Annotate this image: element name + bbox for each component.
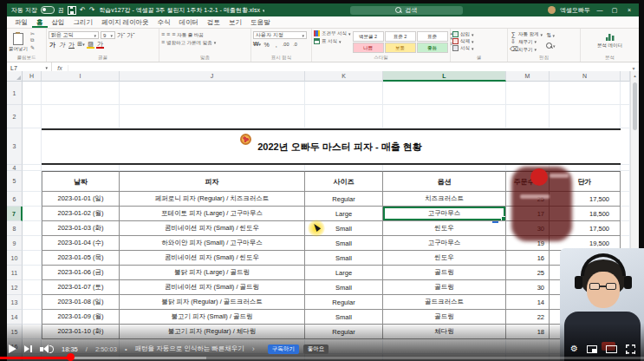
cell-H1[interactable] xyxy=(23,82,42,105)
align-center-icon[interactable]: ≡ xyxy=(166,31,170,38)
cell-K2[interactable] xyxy=(305,105,383,128)
analyze-data-button[interactable]: 분석 데이터 xyxy=(582,33,637,49)
select-all-corner[interactable] xyxy=(7,71,23,82)
cell-I1[interactable] xyxy=(42,82,120,105)
cell-O4[interactable] xyxy=(621,165,630,171)
column-header-J[interactable]: J xyxy=(120,71,305,82)
cell-L10[interactable]: 씬도우 xyxy=(383,251,506,266)
cell-L8[interactable]: 씬도우 xyxy=(383,221,506,236)
undo-icon[interactable]: ↶ xyxy=(80,7,86,14)
progress-bar[interactable] xyxy=(0,357,644,359)
row-header-4[interactable]: 4 xyxy=(7,165,23,171)
cell-H11[interactable] xyxy=(23,266,42,280)
cell-style-좋음[interactable]: 좋음 xyxy=(417,43,448,53)
autosave-toggle[interactable] xyxy=(41,6,55,14)
tab-파일[interactable]: 파일 xyxy=(10,16,32,28)
scrollbar-thumb[interactable] xyxy=(633,82,637,130)
volume-icon[interactable] xyxy=(40,345,54,353)
increase-font-icon[interactable]: 가ˆ xyxy=(117,31,125,39)
cell-K1[interactable] xyxy=(305,82,383,105)
cell-K6[interactable]: Regular xyxy=(305,192,383,207)
cell-L2[interactable] xyxy=(383,105,506,128)
sheet-title-cell[interactable]: 2022년 오빠두 마스터 피자 - 매출 현황 xyxy=(42,128,621,165)
cell-N1[interactable] xyxy=(550,82,621,105)
cell-J9[interactable]: 하와이안 피자 (Small) / 고구마무스 xyxy=(120,236,305,251)
decrease-font-icon[interactable]: 가ˇ xyxy=(127,31,134,39)
cell-L12[interactable]: 골드링 xyxy=(383,280,506,295)
cell-H13[interactable] xyxy=(23,295,42,310)
cell-style-보통[interactable]: 보통 xyxy=(385,43,416,53)
number-format-select[interactable]: 사용자 지정▾ xyxy=(253,31,307,39)
row-header-11[interactable]: 11 xyxy=(7,266,23,280)
sort-filter-icon[interactable]: ⇅▾ xyxy=(547,32,555,39)
fx-icon[interactable]: fx xyxy=(52,65,68,71)
cell-I12[interactable]: 2023-01-07 (토) xyxy=(42,280,120,295)
cell-O7[interactable] xyxy=(621,207,630,221)
cell-H9[interactable] xyxy=(23,236,42,251)
merge-center-dropdown-icon[interactable]: ▾ xyxy=(214,40,217,45)
cell-J6[interactable]: 페퍼로니 피자 (Regular) / 치즈크러스트 xyxy=(120,192,305,207)
cell-H10[interactable] xyxy=(23,251,42,266)
copy-icon[interactable]: ⧉ xyxy=(30,37,35,43)
cell-M2[interactable] xyxy=(506,105,550,128)
cell-O2[interactable] xyxy=(621,105,630,128)
cell-J13[interactable]: 불닭 피자 (Regular) / 골드크러스트 xyxy=(120,295,305,310)
cut-icon[interactable]: ✂ xyxy=(30,30,35,36)
cell-H4[interactable] xyxy=(23,165,42,171)
cell-H7[interactable] xyxy=(23,207,42,221)
cell-L6[interactable]: 치즈크러스트 xyxy=(383,192,506,207)
redo-icon[interactable]: ↷ xyxy=(89,7,95,14)
cell-I2[interactable] xyxy=(42,105,120,128)
theater-mode-icon[interactable] xyxy=(606,345,617,353)
header-cell-날짜[interactable]: 날짜 xyxy=(42,171,120,192)
indent-decrease-icon[interactable]: ≡ xyxy=(161,39,165,46)
column-header-I[interactable]: I xyxy=(42,71,120,82)
cell-L11[interactable]: 골드링 xyxy=(383,266,506,280)
cell-style-표준[interactable]: 표준 xyxy=(417,31,448,42)
underline-button[interactable]: 가 xyxy=(68,41,75,49)
cell-M1[interactable] xyxy=(506,82,550,105)
align-right-icon[interactable]: ≡ xyxy=(172,31,175,38)
font-name-select[interactable]: 맑은 고딕▾ xyxy=(49,31,99,39)
cell-L7[interactable]: 고구마무스 xyxy=(383,207,506,221)
chapter-title[interactable]: 패턴을 자동으로 인식하는 빠른채우기 xyxy=(135,345,244,353)
editing-채우기-button[interactable]: ⇩채우기▾ xyxy=(510,38,543,45)
cell-I6[interactable]: 2023-01-01 (일) xyxy=(42,192,120,207)
cell-J4[interactable] xyxy=(120,165,305,171)
progress-knob[interactable] xyxy=(67,353,75,361)
wrap-text-button[interactable]: 자동 줄 바꿈 xyxy=(177,32,204,38)
cells-서식-button[interactable]: 서식▾ xyxy=(452,45,505,51)
cell-L9[interactable]: 고구마무스 xyxy=(383,236,506,251)
tab-데이터[interactable]: 데이터 xyxy=(175,16,204,28)
header-cell-피자[interactable]: 피자 xyxy=(120,171,305,192)
play-button[interactable] xyxy=(9,345,16,353)
header-cell-옵션[interactable]: 옵션 xyxy=(383,171,506,192)
cell-O3[interactable] xyxy=(621,128,630,165)
cell-I13[interactable]: 2023-01-08 (일) xyxy=(42,295,120,310)
tab-수식[interactable]: 수식 xyxy=(153,16,175,28)
row-header-6[interactable]: 6 xyxy=(7,192,23,207)
column-header-M[interactable]: M xyxy=(506,71,550,82)
cell-J8[interactable]: 콤비네이션 피자 (Small) / 씬도우 xyxy=(120,221,305,236)
cell-I4[interactable] xyxy=(42,165,120,171)
cell-K9[interactable]: Small xyxy=(305,236,383,251)
cell-H6[interactable] xyxy=(23,192,42,207)
fill-color-icon[interactable]: ▨ xyxy=(87,41,94,49)
tab-그리기[interactable]: 그리기 xyxy=(69,16,98,28)
search-box[interactable]: 검색 xyxy=(350,6,463,15)
cell-M13[interactable]: 14 xyxy=(506,295,550,310)
row-header-3[interactable]: 3 xyxy=(7,128,23,165)
settings-gear-icon[interactable]: ⚙ xyxy=(570,345,578,353)
tab-홈[interactable]: 홈 xyxy=(32,16,48,28)
column-header-H[interactable]: H xyxy=(23,71,42,82)
document-title[interactable]: 학습v127강 - 엑셀끝 3주 챌린지 1주차 1-2-1 - 매출현황.xl… xyxy=(99,6,264,15)
merge-center-button[interactable]: 병합하고 가운데 맞춤 xyxy=(166,40,212,46)
formula-bar-expand-icon[interactable]: ▾ xyxy=(628,65,639,71)
cell-J12[interactable]: 콤비네이션 피자 (Small) / 골드링 xyxy=(120,280,305,295)
save-icon[interactable] xyxy=(68,6,76,15)
row-header-7[interactable]: 7 xyxy=(7,207,23,221)
conditional-formatting-button[interactable]: 조건부 서식▾ xyxy=(314,30,351,36)
row-header-8[interactable]: 8 xyxy=(7,221,23,236)
cell-J10[interactable]: 콤비네이션 피자 (Small) / 씬도우 xyxy=(120,251,305,266)
cell-N2[interactable] xyxy=(550,105,621,128)
